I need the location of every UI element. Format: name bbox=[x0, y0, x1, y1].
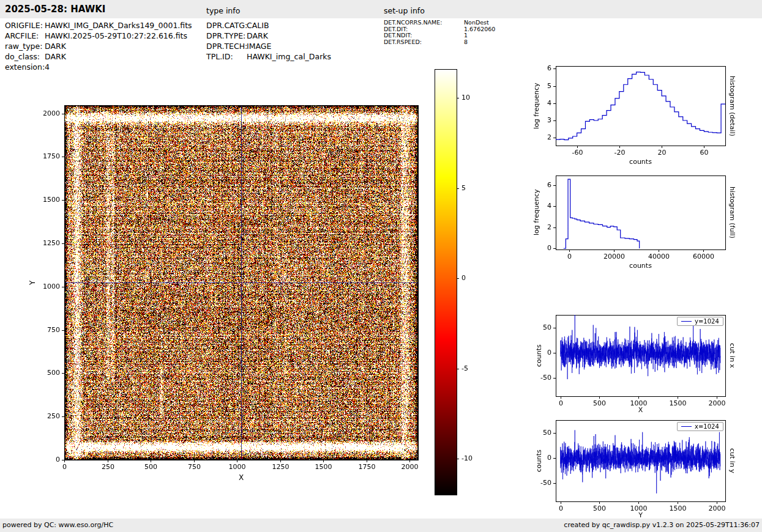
file-info-row: ARCFILE:HAWKI.2025-05-29T10:27:22.616.fi… bbox=[5, 31, 192, 41]
info-key: DPR.CATG: bbox=[206, 20, 247, 31]
setup-info-block: DET.NCORRS.NAME:NonDest DET.DIT:1.676206… bbox=[384, 20, 495, 45]
cut-y-right-label: cut in y bbox=[728, 420, 736, 501]
hist-detail-ylabel: log frequency bbox=[532, 66, 540, 146]
cut-y-ylabel: counts bbox=[535, 420, 543, 501]
info-value: DARK bbox=[247, 31, 268, 41]
info-value: CALIB bbox=[247, 20, 269, 31]
colorbar bbox=[431, 67, 484, 497]
info-value: IMAGE bbox=[247, 41, 271, 51]
legend-cut-y: x=1024 bbox=[677, 422, 723, 431]
info-value: 4 bbox=[45, 62, 50, 72]
file-info-row: do_class:DARK bbox=[5, 51, 192, 62]
info-key: DET.NCORRS.NAME: bbox=[384, 20, 464, 26]
main-ylabel: Y bbox=[28, 105, 37, 460]
histogram-detail-plot bbox=[528, 58, 730, 171]
type-info-row: TPL.ID:HAWKI_img_cal_Darks bbox=[206, 51, 331, 62]
type-info-row: DPR.CATG:CALIB bbox=[206, 20, 331, 31]
info-key: DPR.TYPE: bbox=[206, 31, 247, 41]
info-value: 1.6762060 bbox=[464, 26, 495, 33]
legend-cut-x-label: y=1024 bbox=[695, 318, 719, 325]
info-key: DET.NDIT: bbox=[384, 32, 464, 39]
info-key: do_class: bbox=[5, 51, 45, 62]
type-info-row: DPR.TECH:IMAGE bbox=[206, 41, 331, 51]
detector-image-plot bbox=[24, 92, 441, 495]
hist-detail-right-label: histogram (detail) bbox=[728, 66, 736, 146]
hist-full-xlabel: counts bbox=[556, 262, 725, 270]
legend-cut-y-label: x=1024 bbox=[695, 423, 719, 430]
info-value: DARK bbox=[45, 41, 66, 51]
file-info-row: ORIGFILE:HAWKI_IMG_DARK_Darks149_0001.fi… bbox=[5, 20, 192, 31]
info-value: 8 bbox=[464, 39, 468, 46]
setup-info-row: DET.NDIT:1 bbox=[384, 32, 495, 39]
main-xlabel: X bbox=[64, 473, 418, 482]
info-key: DPR.TECH: bbox=[206, 41, 247, 51]
info-key: DET.RSPEED: bbox=[384, 39, 464, 46]
footer-right-text: created by qc_rawdisp.py v1.2.3 on 2025-… bbox=[564, 521, 760, 529]
legend-line-icon bbox=[681, 426, 692, 427]
type-info-block: DPR.CATG:CALIB DPR.TYPE:DARK DPR.TECH:IM… bbox=[206, 20, 331, 62]
info-value: HAWKI.2025-05-29T10:27:22.616.fits bbox=[45, 31, 187, 41]
type-info-row: DPR.TYPE:DARK bbox=[206, 31, 331, 41]
legend-cut-x: y=1024 bbox=[677, 317, 723, 326]
info-key: ARCFILE: bbox=[5, 31, 45, 41]
cut-x-right-label: cut in x bbox=[728, 315, 736, 396]
histogram-full-plot bbox=[528, 166, 730, 278]
info-value: NonDest bbox=[464, 20, 489, 26]
hist-detail-xlabel: counts bbox=[556, 158, 725, 166]
info-key: TPL.ID: bbox=[206, 51, 247, 62]
info-key: raw_type: bbox=[5, 41, 45, 51]
cut-x-ylabel: counts bbox=[535, 315, 543, 396]
file-info-block: ORIGFILE:HAWKI_IMG_DARK_Darks149_0001.fi… bbox=[5, 20, 192, 72]
page-title: 2025-05-28: HAWKI bbox=[5, 4, 105, 15]
setup-info-row: DET.NCORRS.NAME:NonDest bbox=[384, 20, 495, 26]
footer-left-text: powered by QC: www.eso.org/HC bbox=[2, 521, 113, 529]
type-info-heading: type info bbox=[206, 6, 240, 15]
setup-info-row: DET.RSPEED:8 bbox=[384, 39, 495, 46]
qc-report-page: 2025-05-28: HAWKI type info set-up info … bbox=[0, 0, 762, 532]
file-info-row: raw_type:DARK bbox=[5, 41, 192, 51]
info-value: HAWKI_IMG_DARK_Darks149_0001.fits bbox=[45, 20, 192, 31]
header-bar: 2025-05-28: HAWKI type info set-up info bbox=[0, 0, 762, 18]
info-value: DARK bbox=[45, 51, 66, 62]
info-key: ORIGFILE: bbox=[5, 20, 45, 31]
info-value: HAWKI_img_cal_Darks bbox=[247, 51, 331, 62]
legend-line-icon bbox=[681, 321, 692, 322]
info-value: 1 bbox=[464, 32, 468, 39]
setup-info-heading: set-up info bbox=[384, 6, 425, 15]
footer-bar: powered by QC: www.eso.org/HC created by… bbox=[0, 519, 762, 532]
hist-full-right-label: histogram (full) bbox=[728, 175, 736, 249]
info-key: extension: bbox=[5, 62, 45, 72]
hist-full-ylabel: log frequency bbox=[532, 175, 540, 249]
file-info-row: extension:4 bbox=[5, 62, 192, 72]
